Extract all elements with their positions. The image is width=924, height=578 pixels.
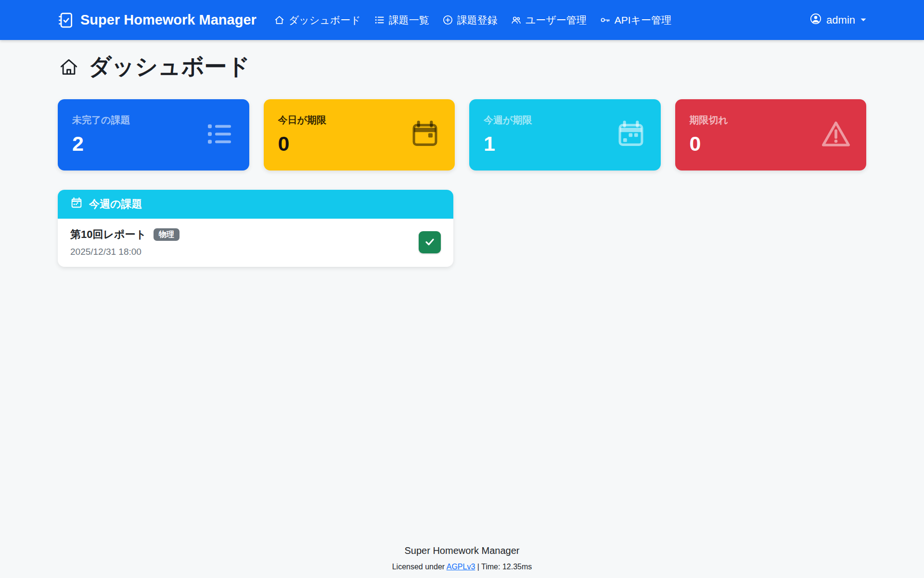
week-tasks-card: 今週の課題 第10回レポート 物理 2025/12/31 18:00 xyxy=(58,190,453,267)
nav-links: ダッシュボード 課題一覧 課題登録 xyxy=(274,13,671,27)
task-due-date: 2025/12/31 18:00 xyxy=(70,247,180,257)
user-name: admin xyxy=(826,14,855,26)
footer-app-name: Super Homework Manager xyxy=(0,545,924,556)
stat-label: 未完了の課題 xyxy=(72,114,130,127)
nav-item-label: ダッシュボード xyxy=(289,13,361,27)
stat-label: 今日が期限 xyxy=(278,114,326,127)
check-icon xyxy=(424,236,436,250)
task-row: 第10回レポート 物理 2025/12/31 18:00 xyxy=(58,219,453,267)
main-content: ダッシュボード 未完了の課題 2 今日が期限 0 xyxy=(58,40,866,537)
footer-license-line: Licensed under AGPLv3 | Time: 12.35ms xyxy=(0,563,924,571)
nav-item-api-keys[interactable]: APIキー管理 xyxy=(600,13,671,27)
stat-value: 0 xyxy=(278,133,326,154)
house-icon xyxy=(274,14,285,26)
nav-item-task-create[interactable]: 課題登録 xyxy=(442,13,498,27)
plus-circle-icon xyxy=(442,14,453,26)
stat-card-due-this-week[interactable]: 今週が期限 1 xyxy=(469,99,661,171)
week-tasks-header: 今週の課題 xyxy=(58,190,453,219)
page-title: ダッシュボード xyxy=(58,52,866,82)
nav-item-task-list[interactable]: 課題一覧 xyxy=(374,13,429,27)
task-title: 第10回レポート xyxy=(70,227,146,242)
license-link[interactable]: AGPLv3 xyxy=(447,563,475,571)
caret-down-icon xyxy=(860,14,867,26)
stat-card-overdue[interactable]: 期限切れ 0 xyxy=(675,99,867,171)
mark-done-button[interactable] xyxy=(419,231,441,253)
license-prefix: Licensed under xyxy=(392,563,447,571)
nav-item-dashboard[interactable]: ダッシュボード xyxy=(274,13,361,27)
brand[interactable]: Super Homework Manager xyxy=(57,12,257,29)
page-title-text: ダッシュボード xyxy=(89,52,250,82)
stat-card-incomplete[interactable]: 未完了の課題 2 xyxy=(58,99,249,171)
user-menu[interactable]: admin xyxy=(809,13,867,28)
nav-item-label: 課題一覧 xyxy=(389,13,429,27)
list-task-icon xyxy=(204,118,235,151)
footer: Super Homework Manager Licensed under AG… xyxy=(0,537,924,578)
stat-label: 期限切れ xyxy=(690,114,728,127)
key-icon xyxy=(600,14,611,26)
nav-item-label: ユーザー管理 xyxy=(526,13,587,27)
subject-badge: 物理 xyxy=(154,228,180,241)
person-circle-icon xyxy=(809,13,822,28)
stat-value: 1 xyxy=(484,133,532,154)
stat-label: 今週が期限 xyxy=(484,114,532,127)
list-icon xyxy=(374,14,385,26)
stat-card-due-today[interactable]: 今日が期限 0 xyxy=(264,99,455,171)
calendar-event-icon xyxy=(410,118,440,151)
warning-triangle-icon xyxy=(820,118,852,152)
journal-check-icon xyxy=(57,12,74,29)
week-tasks-title: 今週の課題 xyxy=(89,197,142,211)
nav-item-user-management[interactable]: ユーザー管理 xyxy=(511,13,587,27)
stat-value: 0 xyxy=(690,133,728,154)
license-suffix: | Time: 12.35ms xyxy=(475,563,532,571)
nav-item-label: APIキー管理 xyxy=(615,13,671,27)
brand-title: Super Homework Manager xyxy=(80,12,257,28)
top-navbar: Super Homework Manager ダッシュボード 課題一覧 xyxy=(0,0,924,40)
calendar-week-icon xyxy=(70,197,83,212)
calendar-week-icon xyxy=(616,118,646,151)
stat-cards: 未完了の課題 2 今日が期限 0 xyxy=(58,99,866,171)
stat-value: 2 xyxy=(72,133,130,154)
house-icon xyxy=(58,56,80,78)
nav-item-label: 課題登録 xyxy=(457,13,498,27)
people-icon xyxy=(511,14,522,26)
